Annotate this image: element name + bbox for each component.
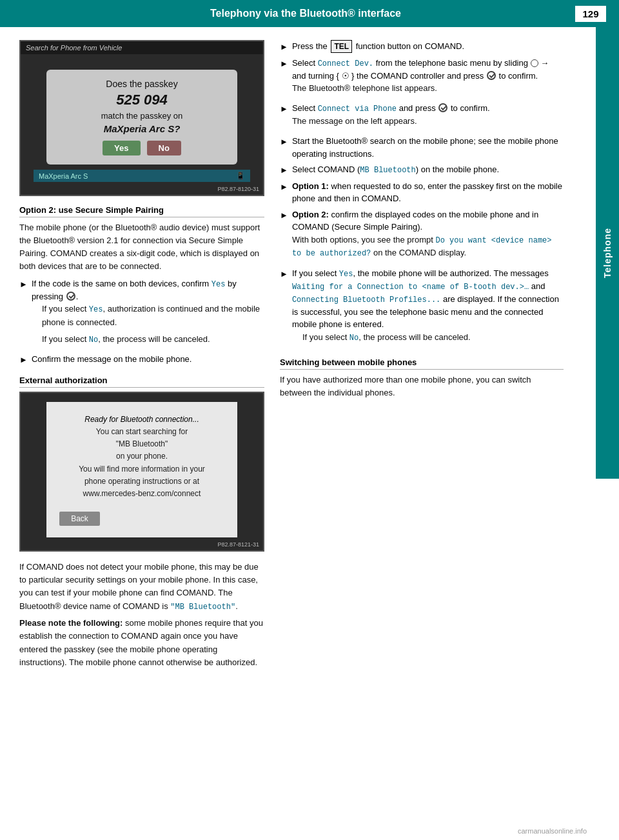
select-comand-text: Select COMAND ( [292,165,360,174]
bullet-text-10: If you select Yes, the mobile phone will… [292,267,564,348]
body2-after: . [235,601,238,611]
bt-line7: www.mercedes-benz.com/connect [59,488,224,500]
bullet-text-1: If the code is the same on both devices,… [32,277,264,350]
bullet-item-8: ► Option 1: when requested to do so, ent… [280,180,564,205]
and-connector: and [529,281,545,291]
page-number: 129 [575,6,606,22]
bt-line4: on your phone. [59,450,224,463]
bullet1-period: . [76,292,79,301]
bullet-item-7: ► Select COMAND (MB Bluetooth) on the mo… [280,163,564,177]
tel-button: TEL [331,40,352,53]
connecting-profiles-code: Connecting Bluetooth Profiles... [292,295,440,305]
bt-screenshot: Ready for Bluetooth connection... You ca… [19,392,264,552]
note-label: Please note the following: [19,618,123,628]
passkey-buttons: Yes No [59,141,224,155]
bt-info-box: Ready for Bluetooth connection... You ca… [46,402,237,537]
passkey-device: MaXperia Arc S? [59,123,224,134]
both-options-text: With both options, you see the prompt Do… [292,234,564,260]
yes-word-sub1: Yes [89,305,103,314]
if-select-no-text: If you select [302,332,349,342]
bullet-arrow-8: ► [280,181,288,194]
on-comand-display: on the COMAND display. [371,248,466,257]
function-btn-text: function button on COMAND. [353,41,464,51]
bullet-arrow-9: ► [280,209,288,222]
no-button[interactable]: No [147,141,181,155]
msg-on-left: The message on the left appears. [292,115,564,128]
option1-text: when requested to do so, enter the passk… [292,181,562,204]
passkey-confirm-box: Does the passkey 525 094 match the passk… [46,70,237,165]
no-word-sub1: No [89,335,98,345]
watermark: carmanualsonline.info [518,827,587,835]
back-button[interactable]: Back [59,512,100,526]
ctrl-sym: { ☉ } [337,71,355,81]
section1-body: The mobile phone (or the Bluetooth® audi… [19,221,264,274]
press-the-text: Press the [292,41,330,51]
bullet-item-3: ► Press the TEL function button on COMAN… [280,40,564,54]
confirm-symbol-1 [66,292,75,301]
option2-label: Option 2: [292,210,329,219]
confirm-symbol-4 [487,71,496,80]
bullet-arrow-5: ► [280,103,288,115]
bullet-text-8: Option 1: when requested to do so, enter… [292,180,564,205]
sidebar-label: Telephone [602,228,613,278]
bullet-text-5: Select Connect via Phone and press to co… [292,102,564,132]
right-column: ► Press the TEL function button on COMAN… [280,40,564,673]
bullet-arrow-7: ► [280,164,288,177]
bullet-item-9: ► Option 2: confirm the displayed codes … [280,208,564,264]
comand-bt-name: "MB Bluetooth" [170,603,235,612]
to-confirm-5: to confirm. [448,103,489,113]
option2-text: confirm the displayed codes on the mobil… [292,210,538,232]
bullet1-text-before: If the code is the same on both devices,… [32,279,211,288]
if-select-text: If you select [292,268,339,278]
passkey-code: 525 094 [59,92,224,108]
comand-ctrl-text: the COMAND controller and press [354,71,486,81]
passkey-screenshot: Search for Phone from Vehicle Does the p… [19,40,264,196]
passkey-match: match the passkey on [59,111,224,121]
bullet-item-10: ► If you select Yes, the mobile phone wi… [280,267,564,348]
connect-via-phone-code: Connect via Phone [318,105,397,114]
select-text-4: Select [292,58,318,68]
body2: If COMAND does not detect your mobile ph… [19,561,264,613]
bullet-text-2: Confirm the message on the mobile phone. [32,353,264,366]
will-be-auth: , the mobile phone will be authorized. T… [353,268,548,278]
bt-line5: You will find more information in your [59,463,224,475]
from-telephone-text: from the telephone basic menu by sliding [373,58,531,68]
bt-dialog: Ready for Bluetooth connection... You ca… [21,393,263,550]
body3: If you have authorized more than one mob… [280,374,564,399]
yes-word-10: Yes [339,270,353,279]
bullet-text-4: Select Connect Dev. from the telephone b… [292,57,564,99]
bullet-arrow-6: ► [280,135,288,148]
waiting-for-conn-code: Waiting for a Connection to <name of B-t… [292,283,529,292]
bullet-arrow-1: ► [19,278,28,291]
section1-heading: Option 2: use Secure Simple Pairing [19,205,264,217]
bullet-item-4: ► Select Connect Dev. from the telephone… [280,57,564,99]
sub-bullet-1b: If you select No, the process will be ca… [32,333,264,346]
bullet-text-6: Start the Bluetooth® search on the mobil… [292,135,564,160]
page-title: Telephony via the Bluetooth® interface [23,8,575,19]
yes-button[interactable]: Yes [103,141,140,155]
with-both-options: With both options, you see the prompt [292,235,436,245]
device-bar: MaXperia Arc S 📱 [34,170,250,182]
mb-bluetooth-code: MB Bluetooth [360,166,415,175]
circle-control-icon [531,59,538,67]
bt-back-btn-row: Back [59,505,224,526]
left-column: Search for Phone from Vehicle Does the p… [19,40,264,673]
will-be-canceled-10: , the process will be canceled. [359,332,470,342]
bt-line3: "MB Bluetooth" [59,438,224,450]
bt-line6: phone operating instructions or at [59,475,224,488]
on-mobile-text: ) on the mobile phone. [416,165,499,174]
connect-dev-code: Connect Dev. [318,59,373,68]
bullet-item-6: ► Start the Bluetooth® search on the mob… [280,135,564,160]
bullet-item-1: ► If the code is the same on both device… [19,277,264,350]
select-text-5: Select [292,103,318,113]
passkey-question: Does the passkey [59,79,224,89]
device-name: MaXperia Arc S [39,172,88,180]
bullet-item-5: ► Select Connect via Phone and press to … [280,102,564,132]
photo-ref-2: P82.87-8121-31 [217,541,259,548]
bold-note: Please note the following: some mobile p… [19,617,264,669]
bullet-item-2: ► Confirm the message on the mobile phon… [19,353,264,366]
bullet-text-3: Press the TEL function button on COMAND. [292,40,564,53]
bullet-arrow-3: ► [280,41,288,54]
bt-line1: Ready for Bluetooth connection... [59,414,224,426]
confirm-symbol-5 [438,103,447,112]
